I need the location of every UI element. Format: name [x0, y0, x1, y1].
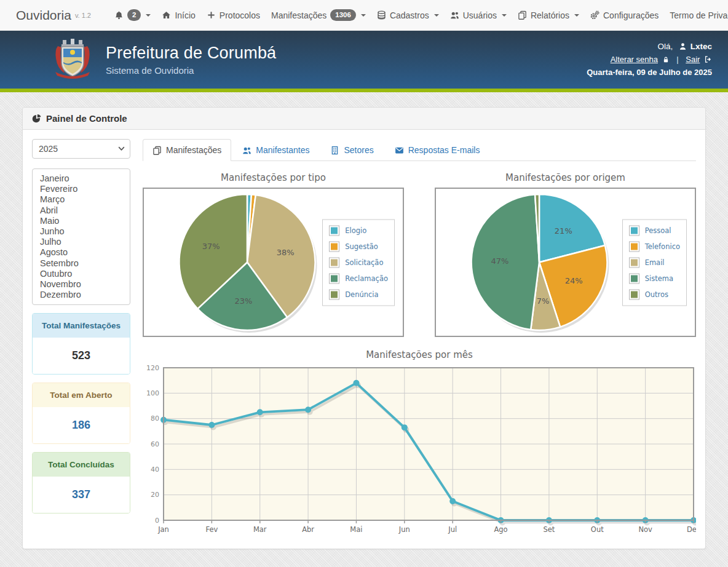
charts-column: Manifestações Manifestantes Setores Resp… [143, 139, 696, 539]
svg-text:21%: 21% [555, 226, 572, 236]
month-option[interactable]: Junho [40, 226, 126, 237]
nav-item-relatorios[interactable]: Relatórios [515, 7, 582, 24]
navbar-items: 2 Início Protocolos Manifestações 1306 C… [112, 6, 728, 24]
user-icon [679, 42, 687, 50]
database-icon [377, 10, 386, 20]
nav-item-termo-privacidade[interactable]: Termo de Privacidade [667, 7, 728, 24]
copy-icon [152, 146, 162, 155]
pie-chart-tipo: 38%23%37%ElogioSugestãoSolicitaçãoReclam… [143, 188, 404, 337]
svg-text:0: 0 [155, 517, 159, 525]
svg-text:Out: Out [591, 525, 604, 534]
tab-setores[interactable]: Setores [320, 139, 383, 161]
gears-icon [590, 10, 599, 20]
nav-item-protocolos[interactable]: Protocolos [204, 7, 263, 24]
svg-text:38%: 38% [277, 248, 295, 257]
notifications-badge: 2 [127, 9, 141, 20]
legend-item: Outros [629, 289, 680, 299]
legend-label: Elogio [345, 226, 366, 235]
notifications-menu[interactable]: 2 [112, 6, 153, 24]
svg-text:20: 20 [151, 491, 159, 499]
month-option[interactable]: Abril [40, 205, 126, 216]
line-chart-mes: 020406080100120JanFevMarAbrMaiJunJulAgoS… [143, 365, 696, 539]
dashboard-tabs: Manifestações Manifestantes Setores Resp… [143, 139, 696, 161]
app-brand[interactable]: Ouvidoria [16, 8, 71, 23]
pie-chart-origem-cell: Manifestações por origem 21%24%7%47%Pess… [435, 172, 696, 337]
month-option[interactable]: Fevereiro [40, 184, 126, 194]
link-separator: | [676, 55, 678, 64]
svg-text:47%: 47% [491, 256, 508, 266]
legend-item: Sugestão [329, 241, 388, 252]
chevron-down-icon [574, 14, 579, 17]
panel-heading: Painel de Controle [23, 108, 705, 130]
legend-item: Telefonico [629, 241, 680, 252]
svg-text:Ago: Ago [494, 525, 507, 534]
month-option[interactable]: Julho [40, 237, 126, 247]
svg-text:37%: 37% [202, 242, 220, 251]
tab-respostas-emails[interactable]: Respostas E-mails [385, 139, 490, 161]
change-password-link[interactable]: Alterar senha [611, 55, 658, 64]
month-option[interactable]: Maio [40, 216, 126, 226]
month-option[interactable]: Agosto [40, 247, 126, 258]
filters-column: 2025 JaneiroFevereiroMarçoAbrilMaioJunho… [32, 139, 130, 539]
tab-manifestantes[interactable]: Manifestantes [232, 139, 319, 161]
legend-item: Pessoal [629, 225, 680, 236]
chart-legend: ElogioSugestãoSolicitaçãoReclamaçãoDenún… [322, 219, 395, 306]
legend-label: Sistema [645, 274, 673, 283]
page-title: Prefeitura de Corumbá [106, 44, 276, 63]
stat-value: 186 [33, 407, 130, 443]
nav-item-configuracoes[interactable]: Configurações [588, 7, 661, 24]
building-icon [330, 146, 339, 155]
legend-item: Reclamação [329, 273, 388, 284]
nav-item-cadastros[interactable]: Cadastros [374, 7, 441, 24]
month-option[interactable]: Setembro [40, 258, 126, 269]
svg-text:7%: 7% [537, 296, 550, 306]
greeting-text: Olá, [657, 42, 673, 51]
month-option[interactable]: Outubro [40, 269, 126, 279]
chart-legend: PessoalTelefonicoEmailSistemaOutros [622, 219, 687, 306]
nav-item-inicio[interactable]: Início [159, 7, 197, 24]
svg-text:Mai: Mai [350, 525, 362, 534]
users-icon [242, 146, 251, 155]
legend-swatch [329, 289, 339, 299]
chart-title: Manifestações por mês [143, 349, 696, 360]
logout-link[interactable]: Sair [686, 55, 700, 64]
current-date: Quarta-feira, 09 de Julho de 2025 [587, 66, 712, 79]
legend-swatch [329, 241, 339, 252]
stat-label: Total Manifestações [33, 314, 130, 338]
legend-item: Email [629, 257, 680, 268]
panel-title: Painel de Controle [46, 113, 127, 124]
svg-text:Set: Set [543, 525, 555, 534]
svg-text:Jun: Jun [398, 525, 410, 534]
month-option[interactable]: Março [40, 194, 126, 205]
stat-card-total-manifestacoes: Total Manifestações 523 [32, 313, 130, 375]
svg-text:120: 120 [146, 365, 159, 372]
month-option[interactable]: Novembro [40, 279, 126, 290]
legend-swatch [629, 257, 639, 268]
stat-label: Total em Aberto [33, 383, 130, 407]
app-version: v. 1.2 [75, 12, 91, 19]
month-option[interactable]: Janeiro [40, 173, 126, 184]
legend-item: Solicitação [329, 257, 388, 268]
pie-chart-origem: 21%24%7%47%PessoalTelefonicoEmailSistema… [435, 188, 696, 337]
legend-label: Pessoal [645, 226, 671, 235]
sign-out-icon [704, 55, 712, 63]
nav-item-manifestacoes[interactable]: Manifestações 1306 [269, 6, 368, 24]
svg-text:Dez: Dez [687, 525, 696, 534]
svg-text:Abr: Abr [302, 525, 314, 534]
line-chart-block: Manifestações por mês 020406080100120Jan… [143, 349, 696, 539]
year-select[interactable]: 2025 [32, 139, 130, 159]
legend-label: Denúncia [345, 290, 378, 299]
legend-label: Sugestão [345, 242, 378, 251]
stat-label: Total Concluídas [33, 453, 130, 477]
stat-value: 337 [33, 477, 130, 513]
legend-swatch [629, 225, 639, 236]
nav-item-usuarios[interactable]: Usuários [448, 7, 509, 24]
legend-swatch [329, 225, 339, 236]
manifestacoes-count-badge: 1306 [330, 9, 356, 20]
legend-label: Reclamação [345, 274, 388, 283]
legend-item: Elogio [329, 225, 388, 236]
legend-label: Outros [645, 290, 668, 299]
legend-swatch [629, 273, 639, 284]
tab-manifestacoes[interactable]: Manifestações [143, 139, 231, 161]
month-option[interactable]: Dezembro [40, 290, 126, 300]
